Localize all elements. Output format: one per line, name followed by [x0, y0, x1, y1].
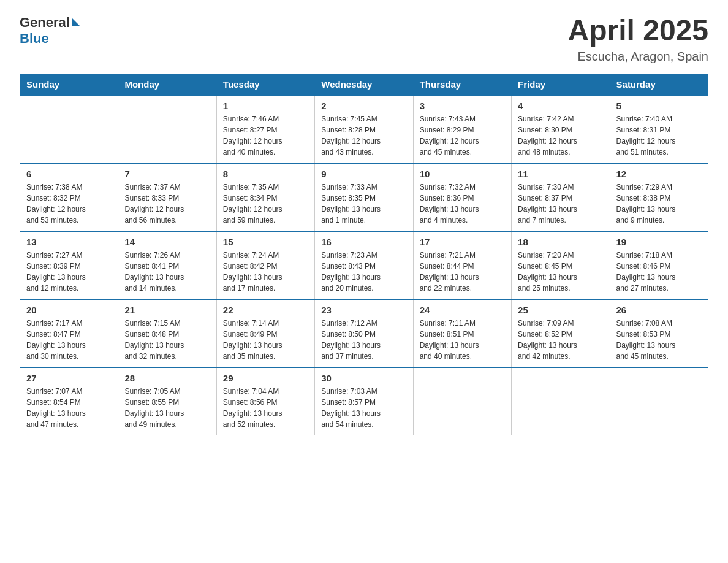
calendar-cell: 20Sunrise: 7:17 AM Sunset: 8:47 PM Dayli…	[20, 299, 118, 367]
day-number: 1	[223, 101, 308, 111]
day-info: Sunrise: 7:05 AM Sunset: 8:55 PM Dayligh…	[124, 386, 210, 430]
calendar-cell: 26Sunrise: 7:08 AM Sunset: 8:53 PM Dayli…	[610, 299, 708, 367]
day-info: Sunrise: 7:15 AM Sunset: 8:48 PM Dayligh…	[124, 318, 210, 362]
day-number: 5	[616, 101, 702, 111]
calendar-cell: 15Sunrise: 7:24 AM Sunset: 8:42 PM Dayli…	[216, 231, 314, 299]
calendar-cell: 27Sunrise: 7:07 AM Sunset: 8:54 PM Dayli…	[20, 367, 118, 435]
day-info: Sunrise: 7:30 AM Sunset: 8:37 PM Dayligh…	[518, 182, 603, 226]
day-info: Sunrise: 7:21 AM Sunset: 8:44 PM Dayligh…	[420, 250, 505, 294]
day-number: 7	[124, 169, 210, 179]
day-info: Sunrise: 7:24 AM Sunset: 8:42 PM Dayligh…	[223, 250, 308, 294]
day-info: Sunrise: 7:07 AM Sunset: 8:54 PM Dayligh…	[26, 386, 112, 430]
calendar-cell: 29Sunrise: 7:04 AM Sunset: 8:56 PM Dayli…	[216, 367, 314, 435]
calendar-cell: 30Sunrise: 7:03 AM Sunset: 8:57 PM Dayli…	[315, 367, 413, 435]
calendar-cell: 10Sunrise: 7:32 AM Sunset: 8:36 PM Dayli…	[413, 163, 511, 231]
day-header-wednesday: Wednesday	[315, 74, 413, 95]
calendar-cell: 24Sunrise: 7:11 AM Sunset: 8:51 PM Dayli…	[413, 299, 511, 367]
calendar-header-row: SundayMondayTuesdayWednesdayThursdayFrid…	[20, 74, 708, 95]
day-number: 17	[420, 237, 505, 247]
day-header-thursday: Thursday	[413, 74, 511, 95]
day-number: 10	[420, 169, 505, 179]
calendar-cell	[610, 367, 708, 435]
calendar-cell	[512, 367, 610, 435]
calendar-week-2: 6Sunrise: 7:38 AM Sunset: 8:32 PM Daylig…	[20, 163, 708, 231]
day-header-sunday: Sunday	[20, 74, 118, 95]
day-header-friday: Friday	[512, 74, 610, 95]
day-info: Sunrise: 7:17 AM Sunset: 8:47 PM Dayligh…	[26, 318, 112, 362]
calendar-cell: 14Sunrise: 7:26 AM Sunset: 8:41 PM Dayli…	[118, 231, 216, 299]
day-number: 4	[518, 101, 603, 111]
calendar-week-1: 1Sunrise: 7:46 AM Sunset: 8:27 PM Daylig…	[20, 95, 708, 163]
day-info: Sunrise: 7:33 AM Sunset: 8:35 PM Dayligh…	[321, 182, 406, 226]
calendar-cell: 9Sunrise: 7:33 AM Sunset: 8:35 PM Daylig…	[315, 163, 413, 231]
day-number: 23	[321, 305, 406, 315]
calendar-cell: 7Sunrise: 7:37 AM Sunset: 8:33 PM Daylig…	[118, 163, 216, 231]
day-info: Sunrise: 7:43 AM Sunset: 8:29 PM Dayligh…	[420, 113, 505, 158]
day-number: 22	[223, 305, 308, 315]
calendar-cell: 23Sunrise: 7:12 AM Sunset: 8:50 PM Dayli…	[315, 299, 413, 367]
day-info: Sunrise: 7:11 AM Sunset: 8:51 PM Dayligh…	[420, 318, 505, 362]
calendar-cell: 21Sunrise: 7:15 AM Sunset: 8:48 PM Dayli…	[118, 299, 216, 367]
calendar-cell: 13Sunrise: 7:27 AM Sunset: 8:39 PM Dayli…	[20, 231, 118, 299]
day-info: Sunrise: 7:42 AM Sunset: 8:30 PM Dayligh…	[518, 113, 603, 158]
day-number: 18	[518, 237, 603, 247]
calendar-cell: 19Sunrise: 7:18 AM Sunset: 8:46 PM Dayli…	[610, 231, 708, 299]
logo: General Blue	[20, 15, 80, 47]
day-number: 28	[124, 373, 210, 383]
day-number: 21	[124, 305, 210, 315]
logo-blue-text: Blue	[20, 31, 49, 46]
title-block: April 2025 Escucha, Aragon, Spain	[568, 15, 708, 64]
day-number: 29	[223, 373, 308, 383]
calendar-cell: 6Sunrise: 7:38 AM Sunset: 8:32 PM Daylig…	[20, 163, 118, 231]
calendar-cell: 16Sunrise: 7:23 AM Sunset: 8:43 PM Dayli…	[315, 231, 413, 299]
day-number: 30	[321, 373, 406, 383]
day-info: Sunrise: 7:38 AM Sunset: 8:32 PM Dayligh…	[26, 182, 112, 226]
day-info: Sunrise: 7:14 AM Sunset: 8:49 PM Dayligh…	[223, 318, 308, 362]
day-number: 25	[518, 305, 603, 315]
day-info: Sunrise: 7:27 AM Sunset: 8:39 PM Dayligh…	[26, 250, 112, 294]
day-number: 2	[321, 101, 406, 111]
day-info: Sunrise: 7:37 AM Sunset: 8:33 PM Dayligh…	[124, 182, 210, 226]
logo-general-text: General	[20, 15, 70, 31]
calendar-week-3: 13Sunrise: 7:27 AM Sunset: 8:39 PM Dayli…	[20, 231, 708, 299]
day-header-monday: Monday	[118, 74, 216, 95]
day-number: 15	[223, 237, 308, 247]
day-number: 19	[616, 237, 702, 247]
page-header: General Blue April 2025 Escucha, Aragon,…	[20, 15, 708, 64]
calendar-week-4: 20Sunrise: 7:17 AM Sunset: 8:47 PM Dayli…	[20, 299, 708, 367]
calendar-cell: 28Sunrise: 7:05 AM Sunset: 8:55 PM Dayli…	[118, 367, 216, 435]
calendar-cell	[20, 95, 118, 163]
day-info: Sunrise: 7:46 AM Sunset: 8:27 PM Dayligh…	[223, 113, 308, 158]
day-info: Sunrise: 7:45 AM Sunset: 8:28 PM Dayligh…	[321, 113, 406, 158]
day-info: Sunrise: 7:12 AM Sunset: 8:50 PM Dayligh…	[321, 318, 406, 362]
day-info: Sunrise: 7:35 AM Sunset: 8:34 PM Dayligh…	[223, 182, 308, 226]
day-header-tuesday: Tuesday	[216, 74, 314, 95]
day-number: 9	[321, 169, 406, 179]
day-info: Sunrise: 7:18 AM Sunset: 8:46 PM Dayligh…	[616, 250, 702, 294]
day-number: 14	[124, 237, 210, 247]
day-info: Sunrise: 7:20 AM Sunset: 8:45 PM Dayligh…	[518, 250, 603, 294]
calendar-week-5: 27Sunrise: 7:07 AM Sunset: 8:54 PM Dayli…	[20, 367, 708, 435]
day-info: Sunrise: 7:32 AM Sunset: 8:36 PM Dayligh…	[420, 182, 505, 226]
day-info: Sunrise: 7:08 AM Sunset: 8:53 PM Dayligh…	[616, 318, 702, 362]
day-number: 26	[616, 305, 702, 315]
calendar-cell: 8Sunrise: 7:35 AM Sunset: 8:34 PM Daylig…	[216, 163, 314, 231]
day-info: Sunrise: 7:29 AM Sunset: 8:38 PM Dayligh…	[616, 182, 702, 226]
day-number: 16	[321, 237, 406, 247]
day-number: 13	[26, 237, 112, 247]
day-number: 12	[616, 169, 702, 179]
day-number: 20	[26, 305, 112, 315]
calendar-cell: 4Sunrise: 7:42 AM Sunset: 8:30 PM Daylig…	[512, 95, 610, 163]
day-number: 27	[26, 373, 112, 383]
calendar-cell: 1Sunrise: 7:46 AM Sunset: 8:27 PM Daylig…	[216, 95, 314, 163]
day-info: Sunrise: 7:04 AM Sunset: 8:56 PM Dayligh…	[223, 386, 308, 430]
day-number: 8	[223, 169, 308, 179]
calendar-cell: 12Sunrise: 7:29 AM Sunset: 8:38 PM Dayli…	[610, 163, 708, 231]
calendar-cell: 25Sunrise: 7:09 AM Sunset: 8:52 PM Dayli…	[512, 299, 610, 367]
calendar-cell: 5Sunrise: 7:40 AM Sunset: 8:31 PM Daylig…	[610, 95, 708, 163]
day-number: 24	[420, 305, 505, 315]
day-info: Sunrise: 7:23 AM Sunset: 8:43 PM Dayligh…	[321, 250, 406, 294]
day-info: Sunrise: 7:40 AM Sunset: 8:31 PM Dayligh…	[616, 113, 702, 158]
calendar-cell: 18Sunrise: 7:20 AM Sunset: 8:45 PM Dayli…	[512, 231, 610, 299]
day-info: Sunrise: 7:26 AM Sunset: 8:41 PM Dayligh…	[124, 250, 210, 294]
